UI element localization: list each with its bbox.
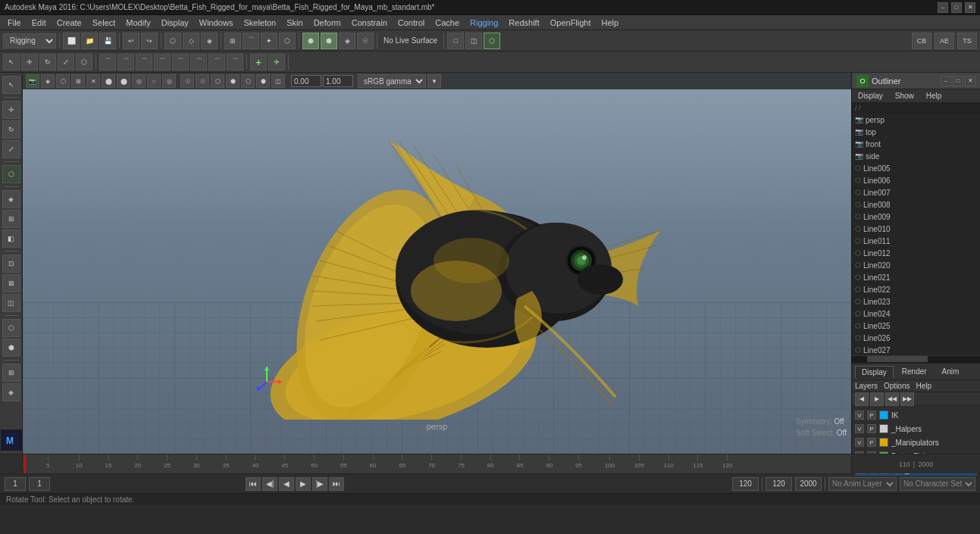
lt-tool3[interactable]: ⊞ — [2, 210, 20, 228]
help-menu[interactable]: Help — [916, 382, 931, 390]
outliner-item-line011[interactable]: ⬡ Line011 — [852, 235, 980, 247]
render-seq-button[interactable]: ◫ — [465, 33, 482, 49]
lt-tool11[interactable]: ◈ — [2, 383, 20, 401]
save-scene-button[interactable]: 💾 — [99, 33, 116, 49]
outliner-item-persp[interactable]: 📷 persp — [852, 114, 980, 126]
frame-start-input[interactable] — [5, 477, 26, 491]
menu-display[interactable]: Display — [157, 17, 193, 29]
outliner-item-line023[interactable]: ⬡ Line023 — [852, 295, 980, 308]
viewport[interactable]: 📷 ◈ ⬡ ⊞ ✕ ⬤ ⬤ ◎ ○ ◎ ☉ ☉ ⬡ ⬢ ⬡ ⬢ ◫ — [23, 73, 851, 454]
snap-curve-button[interactable]: ⌒ — [243, 33, 259, 49]
maximize-button[interactable]: □ — [951, 2, 962, 13]
lt-move[interactable]: ✛ — [2, 101, 20, 119]
outliner-hscrollbar[interactable] — [852, 355, 980, 363]
outliner-item-top[interactable]: 📷 top — [852, 126, 980, 138]
lt-rotate[interactable]: ↻ — [2, 120, 20, 139]
outliner-item-line012[interactable]: ⬡ Line012 — [852, 247, 980, 259]
minimize-button[interactable]: – — [938, 2, 948, 13]
crv-btn8[interactable]: ⌒ — [227, 54, 243, 70]
layer-halpers-v[interactable]: V — [855, 424, 864, 433]
menu-cache[interactable]: Cache — [431, 17, 464, 29]
outliner-item-line026[interactable]: ⬡ Line026 — [852, 332, 980, 344]
undo-button[interactable]: ↩ — [123, 33, 139, 49]
lt-tool6[interactable]: ⊠ — [2, 274, 20, 292]
crv-btn4[interactable]: ⌒ — [154, 54, 171, 70]
layer-manipulators[interactable]: V P _Manipulators — [855, 436, 977, 448]
layer-nav-left[interactable]: ◀ — [855, 392, 869, 406]
select-button[interactable]: ↖ — [3, 54, 20, 70]
lt-select[interactable]: ↖ — [2, 76, 20, 94]
timeline-ruler[interactable]: 1510152025303540455055606570758085909510… — [23, 454, 851, 473]
outliner-list-container[interactable]: 📷 persp 📷 top 📷 front 📷 side ⬡ Line005 ⬡ — [852, 114, 980, 355]
special-tool-button[interactable]: ✛ — [268, 54, 285, 70]
lt-tool2[interactable]: ◈ — [2, 190, 20, 208]
xray-button[interactable]: ◈ — [339, 33, 355, 49]
skip-back-button[interactable]: ⏮ — [246, 477, 261, 491]
outliner-item-line025[interactable]: ⬡ Line025 — [852, 320, 980, 332]
outliner-item-line020[interactable]: ⬡ Line020 — [852, 259, 980, 271]
vp-icon1[interactable]: ☉ — [180, 74, 194, 88]
rotate-button[interactable]: ↻ — [39, 54, 56, 70]
frame-current-input[interactable] — [29, 477, 50, 491]
menu-create[interactable]: Create — [52, 17, 86, 29]
tab-anim[interactable]: Anim — [935, 365, 966, 378]
layer-manip-p[interactable]: P — [867, 438, 876, 447]
crv-btn2[interactable]: ⌒ — [117, 54, 134, 70]
vp-btn3[interactable]: ⊞ — [71, 74, 85, 88]
snap-surface-button[interactable]: ⬡ — [279, 33, 296, 49]
smooth-button[interactable]: ⬢ — [321, 33, 337, 49]
render-ipr-button[interactable]: ⬡ — [484, 33, 500, 49]
outliner-display-menu[interactable]: Display — [855, 92, 886, 100]
outliner-item-line024[interactable]: ⬡ Line024 — [852, 308, 980, 320]
open-scene-button[interactable]: 📁 — [81, 33, 98, 49]
vp-btn9[interactable]: ◎ — [162, 74, 176, 88]
outliner-item-line008[interactable]: ⬡ Line008 — [852, 198, 980, 211]
layer-nav-left2[interactable]: ◀◀ — [885, 392, 899, 406]
paint-tool-button[interactable]: ◈ — [201, 33, 218, 49]
color-mode-dropdown[interactable]: sRGB gamma — [358, 74, 426, 88]
render-region-button[interactable]: □ — [447, 33, 464, 49]
outliner-item-line021[interactable]: ⬡ Line021 — [852, 271, 980, 283]
menu-rigging[interactable]: Rigging — [465, 17, 503, 29]
preset-dropdown[interactable]: Rigging — [3, 33, 56, 48]
vp-btn6[interactable]: ⬤ — [117, 74, 130, 88]
tab-display[interactable]: Display — [855, 366, 894, 378]
lt-tool1[interactable]: ⬡ — [2, 165, 20, 183]
menu-skin[interactable]: Skin — [282, 17, 307, 29]
layer-manip-v[interactable]: V — [855, 438, 864, 447]
vp-icon3[interactable]: ⬡ — [211, 74, 224, 88]
menu-file[interactable]: File — [3, 17, 26, 29]
tool-settings-button[interactable]: TS — [957, 33, 977, 49]
crv-btn6[interactable]: ⌒ — [190, 54, 207, 70]
outliner-item-line005[interactable]: ⬡ Line005 — [852, 162, 980, 174]
outliner-item-line007[interactable]: ⬡ Line007 — [852, 186, 980, 198]
outliner-item-line009[interactable]: ⬡ Line009 — [852, 211, 980, 223]
lt-tool4[interactable]: ◧ — [2, 230, 20, 248]
vp-cam-icon[interactable]: 📷 — [26, 74, 39, 88]
menu-deform[interactable]: Deform — [309, 17, 346, 29]
timeline-area[interactable]: 1510152025303540455055606570758085909510… — [0, 454, 980, 473]
outliner-item-side[interactable]: 📷 side — [852, 150, 980, 162]
lt-tool5[interactable]: ⊡ — [2, 255, 20, 273]
menu-control[interactable]: Control — [393, 17, 429, 29]
vp-icon6[interactable]: ⬢ — [256, 74, 270, 88]
vp-btn8[interactable]: ○ — [147, 74, 161, 88]
lt-scale[interactable]: ⤢ — [2, 140, 20, 158]
skip-forward-button[interactable]: ⏭ — [329, 477, 344, 491]
outliner-item-line006[interactable]: ⬡ Line006 — [852, 174, 980, 186]
outliner-min[interactable]: – — [941, 76, 951, 86]
outliner-item-line010[interactable]: ⬡ Line010 — [852, 223, 980, 235]
layer-ik-v[interactable]: V — [855, 411, 864, 420]
poly-select-button[interactable]: ⬡ — [76, 54, 92, 70]
redo-button[interactable]: ↪ — [141, 33, 158, 49]
lt-tool10[interactable]: ⊞ — [2, 364, 20, 382]
outliner-item-line022[interactable]: ⬡ Line022 — [852, 283, 980, 295]
layer-halpers[interactable]: V P _Halpers — [855, 423, 977, 435]
scale-button[interactable]: ⤢ — [58, 54, 74, 70]
lt-tool8[interactable]: ⬡ — [2, 319, 20, 337]
menu-openflight[interactable]: OpenFlight — [546, 17, 596, 29]
crv-btn3[interactable]: ⌒ — [136, 54, 152, 70]
menu-help[interactable]: Help — [597, 17, 624, 29]
play-forward-button[interactable]: ▶ — [296, 477, 311, 491]
vp-icon7[interactable]: ◫ — [271, 74, 285, 88]
